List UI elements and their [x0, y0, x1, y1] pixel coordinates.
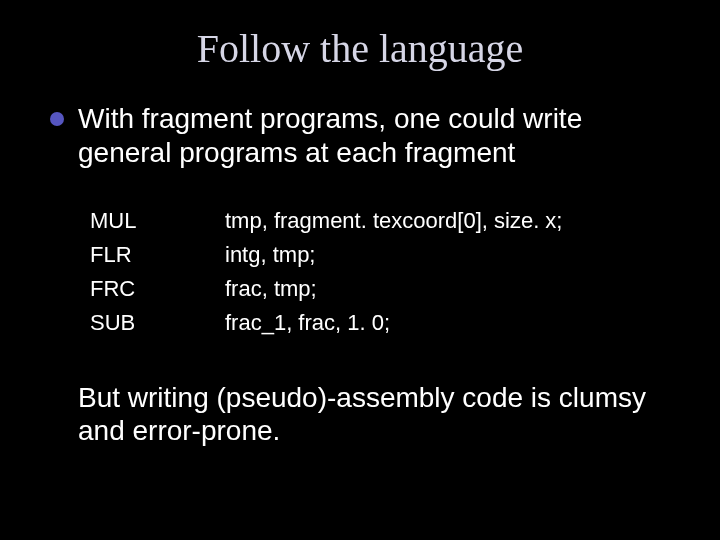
code-args: intg, tmp; [225, 238, 670, 272]
code-op: FRC [90, 272, 225, 306]
code-args: frac, tmp; [225, 272, 670, 306]
code-block: MUL tmp, fragment. texcoord[0], size. x;… [90, 204, 670, 340]
slide: Follow the language With fragment progra… [0, 0, 720, 540]
code-line: SUB frac_1, frac, 1. 0; [90, 306, 670, 340]
code-line: FRC frac, tmp; [90, 272, 670, 306]
slide-title: Follow the language [50, 25, 670, 72]
bullet-item: With fragment programs, one could write … [50, 102, 670, 169]
bullet-text: With fragment programs, one could write … [78, 102, 670, 169]
closing-text: But writing (pseudo)-assembly code is cl… [78, 381, 670, 448]
code-args: frac_1, frac, 1. 0; [225, 306, 670, 340]
code-op: SUB [90, 306, 225, 340]
code-op: FLR [90, 238, 225, 272]
bullet-icon [50, 112, 64, 126]
code-line: MUL tmp, fragment. texcoord[0], size. x; [90, 204, 670, 238]
code-op: MUL [90, 204, 225, 238]
code-args: tmp, fragment. texcoord[0], size. x; [225, 204, 670, 238]
code-line: FLR intg, tmp; [90, 238, 670, 272]
